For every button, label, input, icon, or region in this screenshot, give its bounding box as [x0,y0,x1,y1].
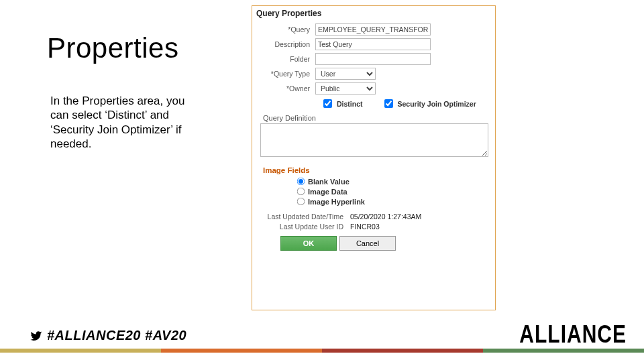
last-user-label: Last Update User ID [256,223,350,231]
folder-input[interactable] [315,53,431,65]
image-data-label: Image Data [308,188,347,196]
blank-value-radio[interactable] [297,178,305,186]
image-fields-heading: Image Fields [263,166,491,174]
body-text: In the Properties area, you can select ‘… [50,94,205,151]
page-title: Properties [47,32,178,64]
query-label: *Query [256,25,315,34]
footer-hashtags: #ALLIANCE20 #AV20 [30,328,186,343]
last-user-value: FINCR03 [350,223,380,231]
last-updated-value: 05/20/2020 1:27:43AM [350,213,421,221]
footer-stripe [0,349,644,353]
description-label: Description [256,40,315,48]
sjo-checkbox[interactable] [384,99,393,108]
description-input[interactable] [315,38,431,50]
image-hyperlink-radio[interactable] [297,198,305,206]
query-type-select[interactable]: User [315,68,376,80]
query-properties-panel: Query Properties *Query Description Fold… [252,5,496,310]
sjo-label: Security Join Optimizer [398,100,476,108]
image-data-radio[interactable] [297,188,305,196]
query-type-label: *Query Type [256,70,315,78]
query-definition-textarea[interactable] [260,123,488,157]
panel-title: Query Properties [256,9,491,18]
owner-select[interactable]: Public [315,82,376,95]
hashtag-text: #ALLIANCE20 #AV20 [47,328,186,343]
image-fields-option[interactable]: Image Hyperlink [297,197,491,206]
alliance-wordmark: ALLIANCE [519,321,627,349]
sjo-checkbox-wrap[interactable]: Security Join Optimizer [382,97,476,110]
distinct-checkbox-wrap[interactable]: Distinct [321,97,363,110]
blank-value-label: Blank Value [308,178,350,186]
distinct-label: Distinct [337,100,363,108]
query-input[interactable] [315,23,431,36]
image-fields-option[interactable]: Blank Value [297,177,491,186]
twitter-bird-icon [30,330,43,342]
query-definition-label: Query Definition [263,114,491,122]
owner-label: *Owner [256,84,315,93]
cancel-button[interactable]: Cancel [339,236,396,251]
image-hyperlink-label: Image Hyperlink [308,198,365,206]
image-fields-radio-group: Blank Value Image Data Image Hyperlink [297,177,491,206]
ok-button[interactable]: OK [280,236,337,251]
distinct-checkbox[interactable] [323,99,332,108]
last-updated-label: Last Updated Date/Time [256,213,350,221]
image-fields-option[interactable]: Image Data [297,187,491,196]
folder-label: Folder [256,55,315,63]
